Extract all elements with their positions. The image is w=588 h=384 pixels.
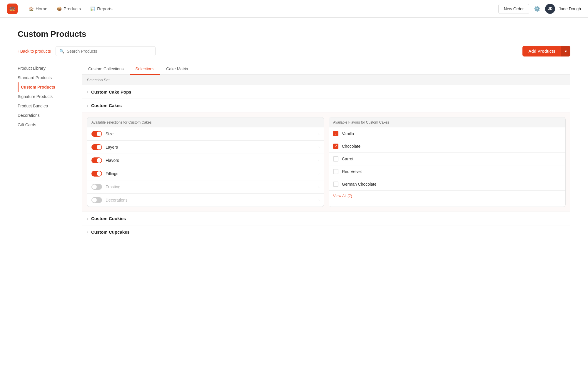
search-box: 🔍 [56,46,156,56]
tabs: Custom Collections Selections Cake Matri… [82,64,570,75]
checkbox-row-german-chocolate: German Chocolate [329,178,565,191]
checkbox-red-velvet[interactable] [333,169,338,174]
tab-selections[interactable]: Selections [130,64,161,75]
nav-item-home[interactable]: 🏠 Home [25,4,51,14]
toggle-row-size: Size › [87,127,324,141]
search-icon: 🔍 [59,49,64,54]
toolbar: ‹ Back to products 🔍 Add Products ▾ [0,46,588,64]
checkbox-row-red-velvet: Red Velvet [329,165,565,178]
selection-panel-header: Available selections for Custom Cakes [87,117,324,127]
flavor-panel-header: Available Flavors for Custom Cakes [329,117,565,127]
toggle-row-flavors: Flavors ‹ [87,154,324,167]
selection-panel: Available selections for Custom Cakes Si… [87,117,324,207]
checkbox-row-chocolate: ✓ Chocolate [329,140,565,153]
toggle-row-fillings: Fillings › [87,167,324,180]
nav-menu: 🏠 Home 📦 Products 📊 Reports [25,4,498,14]
nav-label-home: Home [36,6,47,11]
tab-custom-collections[interactable]: Custom Collections [82,64,130,75]
home-icon: 🏠 [29,6,34,11]
sidebar-item-standard-products[interactable]: Standard Products [18,73,71,82]
checkbox-label-chocolate: Chocolate [342,144,360,149]
accordion-title-custom-cakes: Custom Cakes [91,103,122,108]
checkbox-row-carrot: Carrot [329,153,565,165]
checkbox-label-carrot: Carrot [342,157,353,161]
main-content: Product Library Standard Products Custom… [0,64,588,384]
checkbox-row-vanilla: ✓ Vanilla [329,127,565,140]
toggle-fillings[interactable] [91,171,102,177]
flavor-panel: Available Flavors for Custom Cakes ✓ Van… [329,117,566,207]
toggle-label-frosting: Frosting [106,184,315,189]
accordion-title-custom-cookies: Custom Cookies [91,216,126,221]
accordion-row-cake-pops[interactable]: › Custom Cake Pops [82,85,570,99]
expanded-custom-cakes: Available selections for Custom Cakes Si… [82,112,570,212]
sidebar-item-custom-products[interactable]: Custom Products [18,82,71,92]
user-name: Jane Dough [559,6,581,11]
add-products-wrapper: Add Products ▾ [522,46,570,56]
toggle-label-size: Size [106,132,315,136]
accordion-row-custom-cookies[interactable]: › Custom Cookies [82,212,570,225]
toggle-decorations[interactable] [91,197,102,203]
page-container: Custom Products ‹ Back to products 🔍 Add… [0,18,588,384]
search-input[interactable] [67,49,152,54]
checkbox-vanilla[interactable]: ✓ [333,131,338,136]
toggle-row-frosting: Frosting › [87,180,324,194]
nav-item-products[interactable]: 📦 Products [53,4,85,14]
page-title-area: Custom Products [0,18,588,46]
chevron-fillings-icon: › [318,172,320,175]
sidebar-item-product-library[interactable]: Product Library [18,64,71,73]
toggle-layers[interactable] [91,144,102,150]
add-products-button[interactable]: Add Products [522,46,561,56]
chevron-frosting-icon: › [318,185,320,189]
chevron-cookies-icon: › [87,217,88,221]
toggle-frosting[interactable] [91,184,102,190]
back-link[interactable]: ‹ Back to products [18,49,51,54]
chevron-down-icon: › [87,104,88,108]
reports-icon: 📊 [90,6,95,11]
chevron-size-icon: › [318,132,320,136]
app-logo: 🍩 [7,4,18,14]
checkbox-chocolate[interactable]: ✓ [333,144,338,149]
back-chevron-icon: ‹ [18,49,19,54]
toggle-label-decorations: Decorations [106,198,315,202]
chevron-layers-icon: › [318,145,320,149]
chevron-cupcakes-icon: › [87,230,88,234]
table-header: Selection Set [82,75,570,85]
toggle-label-flavors: Flavors [106,158,315,163]
checkbox-label-vanilla: Vanilla [342,131,354,136]
navbar-right: New Order ⚙️ JD Jane Dough [498,4,581,14]
navbar: 🍩 🏠 Home 📦 Products 📊 Reports New Order … [0,0,588,18]
accordion-row-custom-cakes[interactable]: › Custom Cakes [82,99,570,112]
view-all-link[interactable]: View All (7) [329,191,565,201]
sidebar-item-signature-products[interactable]: Signature Products [18,92,71,101]
sidebar-item-decorations[interactable]: Decorations [18,111,71,120]
toggle-label-layers: Layers [106,145,315,149]
nav-item-reports[interactable]: 📊 Reports [86,4,117,14]
toggle-row-decorations: Decorations › [87,194,324,207]
add-products-dropdown-button[interactable]: ▾ [561,46,570,56]
sidebar-item-gift-cards[interactable]: Gift Cards [18,120,71,129]
checkbox-label-german-chocolate: German Chocolate [342,182,377,187]
checkbox-label-red-velvet: Red Velvet [342,169,362,174]
products-icon: 📦 [57,6,62,11]
checkbox-german-chocolate[interactable] [333,182,338,187]
toggle-size[interactable] [91,131,102,137]
toggle-label-fillings: Fillings [106,171,315,176]
page-title: Custom Products [18,29,570,39]
new-order-button[interactable]: New Order [498,4,529,14]
accordion-title-custom-cupcakes: Custom Cupcakes [91,230,130,235]
tab-cake-matrix[interactable]: Cake Matrix [160,64,194,75]
settings-button[interactable]: ⚙️ [533,4,542,13]
chevron-decorations-icon: › [318,198,320,202]
chevron-flavors-icon: ‹ [318,159,320,162]
sidebar-item-product-bundles[interactable]: Product Bundles [18,101,71,111]
nav-label-reports: Reports [97,6,113,11]
two-col-grid: Available selections for Custom Cakes Si… [87,117,566,207]
toggle-flavors[interactable] [91,157,102,163]
avatar: JD [545,4,555,14]
content-area: Custom Collections Selections Cake Matri… [82,64,570,384]
checkbox-carrot[interactable] [333,156,338,162]
chevron-right-icon: › [87,90,88,94]
nav-label-products: Products [64,6,81,11]
accordion-row-custom-cupcakes[interactable]: › Custom Cupcakes [82,225,570,239]
toggle-row-layers: Layers › [87,141,324,154]
